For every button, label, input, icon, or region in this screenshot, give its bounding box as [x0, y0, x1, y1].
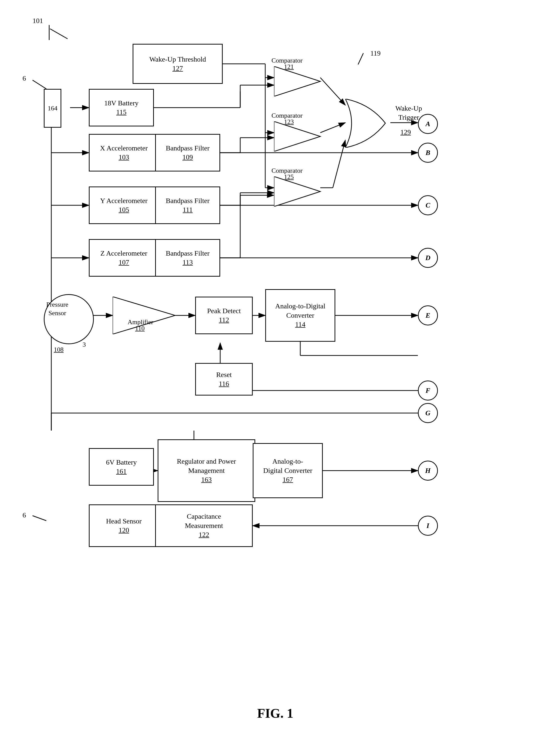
- svg-line-3: [33, 80, 46, 89]
- ref-101-line: [49, 25, 50, 40]
- svg-marker-60: [274, 121, 320, 151]
- svg-line-33: [320, 123, 345, 133]
- connector-b: B: [418, 143, 438, 163]
- ref-101-label: 101: [33, 16, 43, 25]
- diagram: 101 6 164 Wake-Up Threshold 127 18V Batt…: [0, 0, 550, 756]
- peak-detect-block: Peak Detect 112: [195, 297, 253, 334]
- connector-d: D: [418, 248, 438, 268]
- wake-up-trigger-ref: 129: [400, 128, 411, 137]
- x-accel-block: X Accelerometer 103: [89, 134, 159, 171]
- pressure-sensor-label: PressureSensor: [46, 300, 68, 317]
- svg-line-2: [50, 29, 68, 39]
- reset-block: Reset 116: [195, 363, 253, 396]
- ref-119-label: 119: [370, 49, 380, 58]
- comparator-123-svg: [274, 121, 321, 151]
- y-accel-block: Y Accelerometer 105: [89, 186, 159, 224]
- ref-3-label: 3: [83, 340, 86, 349]
- battery-6v-block: 6V Battery 161: [89, 448, 154, 486]
- connector-c: C: [418, 195, 438, 215]
- or-gate: [345, 99, 392, 149]
- adc-114-block: Analog-to-Digital Converter 114: [265, 289, 335, 342]
- connector-a: A: [418, 114, 438, 134]
- comparator-121-svg: [274, 66, 321, 96]
- comparator-125-svg: [274, 176, 321, 207]
- wake-up-trigger-label: Wake-UpTrigger: [395, 104, 422, 122]
- or-gate-svg: [345, 99, 392, 148]
- z-accel-block: Z Accelerometer 107: [89, 239, 159, 277]
- svg-line-32: [320, 78, 345, 105]
- bandpass-111-block: Bandpass Filter 111: [155, 186, 220, 224]
- comparator-123: Comparator 123: [274, 121, 321, 152]
- adc-167-block: Analog-to- Digital Converter 167: [253, 443, 323, 498]
- amplifier: Amplifier 110: [113, 297, 175, 335]
- battery-18v-block: 18V Battery 115: [89, 89, 154, 126]
- svg-marker-61: [274, 176, 320, 207]
- connector-e: E: [418, 305, 438, 325]
- svg-line-35: [333, 140, 345, 188]
- capacitance-block: Capacitance Measurement 122: [155, 504, 253, 547]
- comparator-121: Comparator 121: [274, 66, 321, 97]
- head-sensor-block: Head Sensor 120: [89, 504, 159, 547]
- wake-up-threshold-block: Wake-Up Threshold 127: [133, 44, 223, 84]
- comparator-123-ref: 123: [284, 118, 294, 126]
- connector-h: H: [418, 461, 438, 481]
- ref-6-top-label: 6: [23, 74, 26, 83]
- svg-line-57: [33, 516, 46, 521]
- ref-119-line: [358, 53, 364, 65]
- connector-i: I: [418, 516, 438, 536]
- fig-label: FIG. 1: [200, 706, 350, 721]
- comparator-125-ref: 125: [284, 173, 294, 181]
- svg-marker-59: [274, 66, 320, 96]
- box-164: 164: [44, 89, 61, 128]
- bandpass-109-block: Bandpass Filter 109: [155, 134, 220, 171]
- comparator-121-ref: 121: [284, 63, 294, 71]
- connector-f: F: [418, 381, 438, 401]
- connector-g: G: [418, 403, 438, 423]
- amplifier-ref: 110: [135, 324, 145, 333]
- comparator-125: Comparator 125: [274, 176, 321, 208]
- ref-6-bottom-label: 6: [23, 511, 26, 520]
- bandpass-113-block: Bandpass Filter 113: [155, 239, 220, 277]
- reg-power-block: Regulator and Power Management 163: [158, 439, 255, 502]
- pressure-sensor-ref: 108: [54, 345, 64, 354]
